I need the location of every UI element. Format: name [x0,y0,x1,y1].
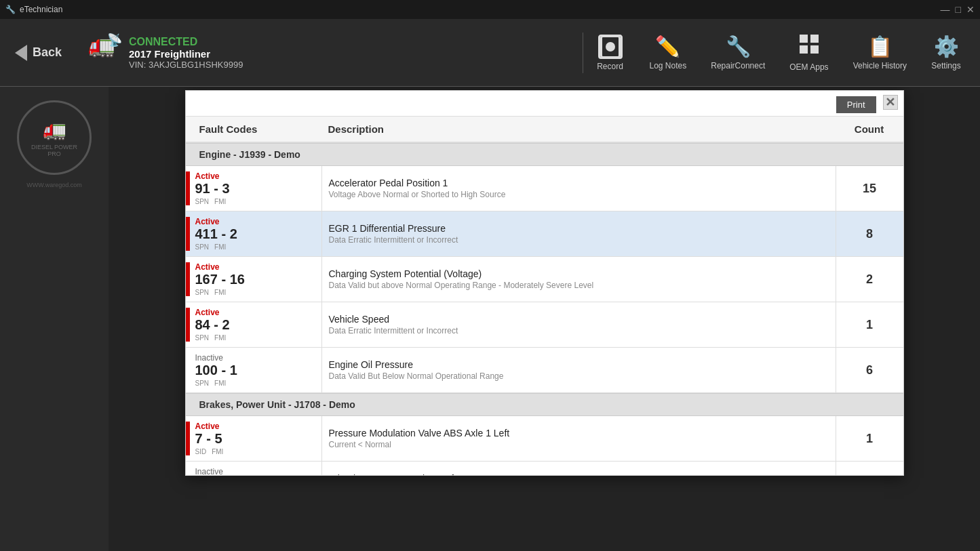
fault-code-info: Active 167 - 16 SPN FMI [195,262,245,296]
repair-connect-label: RepairConnect [711,61,765,70]
col-header-fault-codes: Fault Codes [186,123,321,135]
record-button[interactable]: Record [583,29,638,77]
oem-apps-button[interactable]: OEM Apps [777,28,840,77]
fmi-label: FMI [214,334,226,342]
fault-code-cell: Inactive 100 - 1 SPN FMI [186,348,321,392]
fault-code-number: 91 - 3 [195,181,230,197]
log-notes-label: Log Notes [650,61,687,70]
fault-desc-cell: Vehicle Speed Data Erratic Intermittent … [321,302,836,347]
repair-connect-button[interactable]: 🔧 RepairConnect [699,29,777,76]
fault-desc-cell: Charging System Potential (Voltage) Data… [321,257,836,302]
fault-spn-fmi: SPN FMI [195,334,230,342]
fault-subtitle: Data Valid but above Normal Operating Ra… [329,281,829,290]
spn-label: SPN [195,334,210,342]
inactive-indicator [186,467,190,475]
fault-desc-cell: Accelerator Pedal Position 1 Voltage Abo… [321,166,836,211]
fault-status: Active [195,171,230,181]
settings-button[interactable]: ⚙️ Settings [919,29,973,76]
settings-label: Settings [931,61,960,70]
back-arrow-icon [15,45,27,61]
fault-count: 15 [836,166,903,211]
modal-close-button[interactable]: ✕ [883,95,898,110]
svg-rect-1 [810,35,819,43]
fault-subtitle: Voltage Above Normal or Shorted to High … [329,190,829,199]
table-scroll[interactable]: Engine - J1939 - Demo Active 91 - 3 SPN … [186,143,903,475]
log-notes-icon: ✏️ [655,35,680,58]
fault-spn-fmi: SID FMI [195,448,224,455]
fault-row[interactable]: Inactive 100 - 1 SPN FMI Engine Oil Pres… [186,348,903,393]
fault-subtitle: Data Valid But Below Normal Operational … [329,371,829,381]
fault-title: Accelerator Pedal Position 1 [329,178,829,188]
spn-label: SPN [195,243,210,251]
sidebar-watermark: WWW.waregod.com [26,182,82,188]
spn-label: SPN [195,289,210,296]
fault-count: 1 [836,416,903,461]
fault-row[interactable]: Active 167 - 16 SPN FMI Charging System … [186,257,903,302]
print-button[interactable]: Print [836,96,876,113]
settings-icon: ⚙️ [934,35,959,58]
fault-spn-fmi: SPN FMI [195,289,245,296]
back-button[interactable]: Back [7,39,75,66]
fault-code-cell: Active 167 - 16 SPN FMI [186,257,321,302]
col-header-description: Description [321,123,836,135]
fault-code-info: Active 7 - 5 SID FMI [195,422,224,455]
svg-rect-0 [800,35,808,43]
fault-desc-cell: Pressure Modulation Valve ABS Axle 1 Lef… [321,416,836,461]
fault-status: Active [195,262,245,272]
fault-count: 2 [836,462,903,475]
fault-row[interactable]: Inactive 1 - 1 SID FMI Wheel Sensor ABS … [186,462,903,475]
title-bar-controls[interactable]: — □ ✕ [941,4,975,15]
fault-spn-fmi: SPN FMI [195,243,237,251]
fault-status: Active [195,308,230,317]
svg-rect-3 [810,45,819,54]
fault-status: Inactive [195,467,224,475]
fmi-label: FMI [214,243,226,251]
fault-row[interactable]: Active 91 - 3 SPN FMI Accelerator Pedal … [186,166,903,211]
fault-title: EGR 1 Differential Pressure [329,223,829,234]
fault-count: 8 [836,211,903,256]
main-content: ✕ Print Fault Codes Description Count En… [109,87,980,551]
fault-title: Engine Oil Pressure [329,359,829,370]
log-notes-button[interactable]: ✏️ Log Notes [638,29,699,76]
fault-code-info: Inactive 100 - 1 SPN FMI [195,353,237,387]
app-title: eTechnician [20,5,62,14]
minimize-button[interactable]: — [941,4,950,15]
maximize-button[interactable]: □ [956,4,961,15]
fault-row[interactable]: Active 84 - 2 SPN FMI Vehicle Speed Data… [186,302,903,348]
vehicle-history-button[interactable]: 📋 Vehicle History [841,29,919,76]
record-label: Record [597,62,623,71]
toolbar-actions: Record ✏️ Log Notes 🔧 RepairConnect OEM … [583,28,973,77]
fault-code-cell: Active 411 - 2 SPN FMI [186,211,321,256]
fault-count: 1 [836,302,903,347]
svg-rect-2 [800,45,808,54]
fault-desc-cell: EGR 1 Differential Pressure Data Erratic… [321,211,836,256]
fault-status: Inactive [195,353,237,363]
vin-info: VIN: 3AKJGLBG1HSHK9999 [129,60,243,70]
inactive-indicator [186,353,190,387]
fault-title: Vehicle Speed [329,314,829,325]
title-bar-left: 🔧 eTechnician [5,5,62,14]
fault-subtitle: Data Erratic Intermittent or Incorrect [329,235,829,245]
back-label: Back [33,45,62,60]
fault-desc-cell: Engine Oil Pressure Data Valid But Below… [321,348,836,392]
oem-apps-icon [798,33,820,60]
close-button[interactable]: ✕ [966,4,975,15]
connection-info: 🚛 📡 CONNECTED 2017 Freightliner VIN: 3AK… [88,33,583,73]
title-bar: 🔧 eTechnician — □ ✕ [0,0,980,19]
fault-row[interactable]: Active 7 - 5 SID FMI Pressure Modulation… [186,416,903,462]
fault-row[interactable]: Active 411 - 2 SPN FMI EGR 1 Differentia… [186,211,903,257]
record-icon [598,35,623,59]
fault-count: 6 [836,348,903,392]
spn-label: SPN [195,380,210,387]
signal-icon: 📡 [107,33,122,47]
sidebar: 🚛 DIESEL POWERPRO WWW.waregod.com [0,87,109,551]
fault-code-number: 84 - 2 [195,317,230,333]
repair-connect-icon: 🔧 [726,35,751,58]
fault-code-number: 100 - 1 [195,363,237,378]
vehicle-name: 2017 Freightliner [129,48,243,60]
fmi-label: FMI [214,289,226,296]
modal-overlay: ✕ Print Fault Codes Description Count En… [109,87,980,551]
active-indicator [186,308,190,342]
connection-status: CONNECTED [129,36,243,48]
section-header-engine: Engine - J1939 - Demo [186,143,903,166]
